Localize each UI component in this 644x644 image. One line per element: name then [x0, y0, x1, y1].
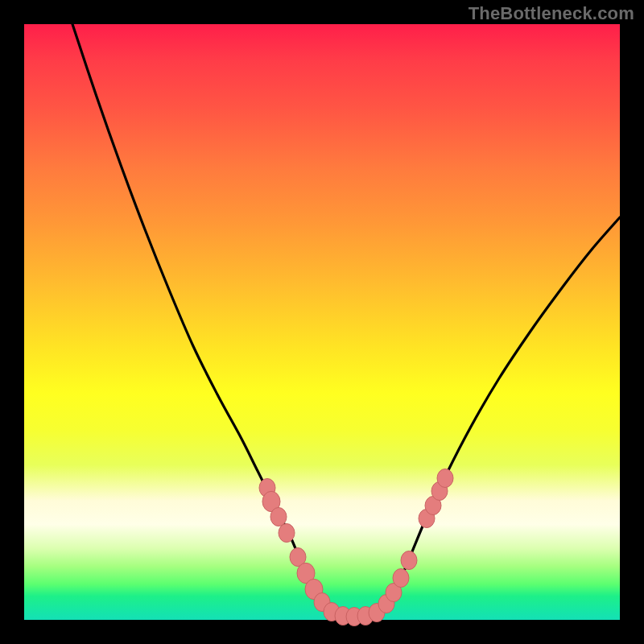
marker-dot — [401, 551, 417, 570]
chart-svg — [24, 24, 620, 620]
bottleneck-curve — [72, 24, 620, 617]
marker-dot — [279, 524, 295, 543]
plot-area — [24, 24, 620, 620]
data-markers — [259, 469, 453, 626]
marker-dot — [393, 569, 409, 588]
watermark-text: TheBottleneck.com — [469, 3, 634, 24]
marker-dot — [437, 469, 453, 488]
marker-dot — [270, 508, 287, 526]
outer-frame: TheBottleneck.com — [0, 0, 644, 644]
